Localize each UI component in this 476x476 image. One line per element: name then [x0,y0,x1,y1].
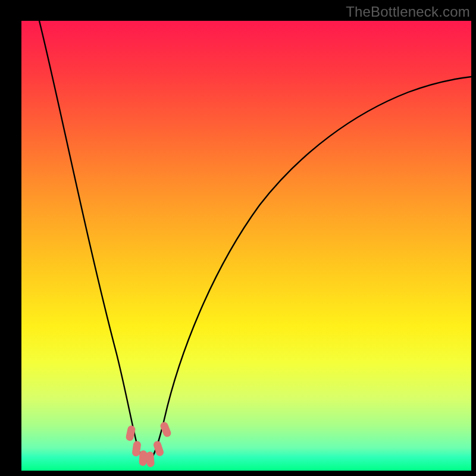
marker-cluster [125,421,172,467]
curve-layer [21,21,471,471]
watermark-text: TheBottleneck.com [346,4,470,20]
chart-frame: TheBottleneck.com [0,0,476,476]
bottleneck-curve [39,21,471,461]
svg-rect-0 [125,425,136,441]
plot-area [21,21,471,471]
svg-rect-2 [139,450,147,466]
